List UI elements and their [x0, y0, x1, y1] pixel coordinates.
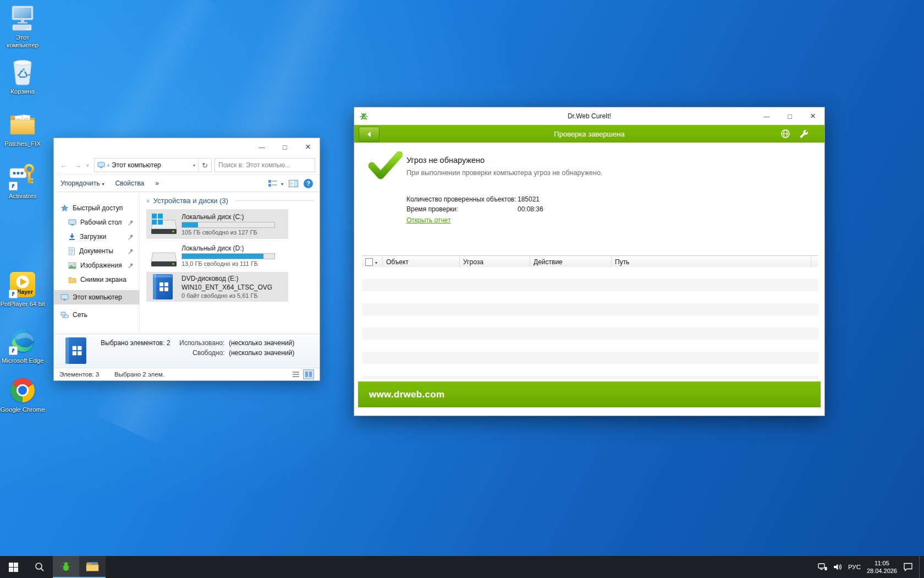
drive-d-tile[interactable]: Локальный диск (D:) 13,0 ГБ свободно из … — [146, 241, 288, 270]
shortcut-arrow-icon — [9, 290, 18, 298]
thumbnails-view-icon[interactable] — [303, 369, 314, 379]
desktop: Этот компьютер Корзина — [0, 0, 924, 578]
desktop-icon-label: PotPlayer 64 bit — [0, 300, 45, 308]
capacity-bar — [182, 253, 275, 259]
forward-icon[interactable]: → — [72, 161, 83, 170]
select-all-cell[interactable] — [362, 256, 383, 268]
taskbar: РУС 11:05 28.04.2026 — [0, 556, 924, 578]
collapse-chevron-icon[interactable]: ∨ — [146, 198, 150, 204]
sidebar-item-screenshots[interactable]: Снимки экрана — [54, 272, 139, 287]
drweb-header-bar: Проверка завершена — [354, 125, 824, 143]
used-label: Использовано: — [179, 339, 224, 347]
maximize-icon[interactable] — [778, 107, 801, 125]
drive-free-space: 13,0 ГБ свободно из 111 ГБ — [182, 260, 275, 267]
drweb-titlebar[interactable]: Dr.Web CureIt! — [354, 107, 824, 125]
drive-e-tile[interactable]: DVD-дисковод (E:) WIN10_ENT_X64_LTSC_OVG… — [146, 272, 288, 302]
back-icon[interactable]: ← — [58, 161, 69, 170]
properties-button[interactable]: Свойства — [115, 179, 144, 187]
drive-c-tile[interactable]: Локальный диск (C:) 105 ГБ свободно из 1… — [146, 209, 288, 239]
open-report-link[interactable]: Открыть отчет — [406, 216, 450, 224]
tray-clock[interactable]: 11:05 28.04.2026 — [867, 559, 897, 575]
show-desktop-button[interactable] — [919, 556, 923, 578]
address-bar[interactable]: › Этот компьютер ▾ ↻ — [94, 158, 212, 172]
organize-button[interactable]: Упорядочить — [61, 179, 104, 187]
select-all-checkbox[interactable] — [365, 258, 373, 266]
shortcut-arrow-icon — [9, 346, 18, 355]
explorer-titlebar[interactable] — [54, 138, 320, 156]
volume-icon[interactable] — [833, 563, 842, 571]
sidebar-item-desktop[interactable]: Рабочий стол — [54, 215, 139, 230]
minimize-icon[interactable] — [250, 138, 273, 156]
group-header[interactable]: ∨ Устройства и диски (3) — [146, 197, 320, 205]
help-icon[interactable]: ? — [304, 179, 313, 188]
column-header-object[interactable]: Объект — [383, 256, 460, 268]
start-button[interactable] — [0, 556, 26, 578]
desktop-icon-activators[interactable]: Activators — [0, 163, 45, 200]
taskbar-explorer-button[interactable] — [79, 556, 106, 578]
desktop-icon-label: Google Chrome — [0, 406, 45, 413]
sidebar-item-label: Быстрый доступ — [73, 204, 123, 212]
minimize-icon[interactable] — [755, 107, 778, 125]
sidebar-item-label: Документы — [79, 247, 113, 255]
address-dropdown-icon[interactable]: ▾ — [193, 163, 195, 168]
column-header-threat[interactable]: Угроза — [460, 256, 530, 268]
column-header-path[interactable]: Путь — [612, 256, 811, 268]
this-pc-icon — [9, 4, 36, 32]
download-icon — [68, 233, 76, 241]
desktop-icon-label: Microsoft Edge — [0, 357, 45, 364]
recent-locations-icon[interactable]: ∨ — [86, 162, 91, 168]
action-center-icon[interactable] — [903, 563, 913, 571]
search-box[interactable] — [215, 158, 315, 172]
sidebar-item-network[interactable]: Сеть — [54, 308, 139, 322]
desktop-icon-label: Корзина — [0, 88, 45, 95]
change-view-icon[interactable] — [268, 179, 283, 187]
close-icon[interactable] — [296, 138, 320, 156]
desktop-icon-recycle-bin[interactable]: Корзина — [0, 58, 45, 95]
settings-wrench-icon[interactable] — [798, 129, 808, 139]
column-header-action[interactable]: Действие — [530, 256, 612, 268]
language-indicator[interactable]: РУС — [848, 564, 861, 570]
desktop-icon-chrome[interactable]: Google Chrome — [0, 377, 45, 413]
computer-icon — [61, 294, 69, 301]
edge-icon — [9, 328, 36, 355]
sidebar-item-quick-access[interactable]: Быстрый доступ — [54, 201, 139, 215]
drweb-body: Угроз не обнаружено При выполнении прове… — [354, 143, 824, 416]
desktop-icon-potplayer[interactable]: Player PotPlayer 64 bit — [0, 271, 45, 308]
free-label: Свободно: — [193, 349, 225, 357]
network-tray-icon[interactable] — [818, 563, 827, 571]
results-table-rows[interactable] — [362, 267, 818, 379]
breadcrumb[interactable]: Этот компьютер — [112, 161, 161, 169]
desktop-icon-patches-fix[interactable]: Patches_FIX — [0, 111, 45, 148]
refresh-icon[interactable]: ↻ — [198, 159, 211, 172]
language-globe-icon[interactable] — [780, 129, 790, 139]
toolbar-more-button[interactable]: » — [155, 179, 159, 187]
drive-free-space: 105 ГБ свободно из 127 ГБ — [182, 229, 275, 236]
items-count: Элементов: 3 — [59, 371, 99, 378]
column-header-spacer — [811, 256, 818, 268]
explorer-window: ← → ∨ › Этот компьютер ▾ ↻ Упорядочить С… — [53, 138, 320, 381]
explorer-statusbar: Элементов: 3 Выбрано 2 элем. — [54, 368, 320, 380]
details-view-icon[interactable] — [290, 369, 301, 379]
desktop-icon-edge[interactable]: Microsoft Edge — [0, 328, 45, 364]
sidebar-item-this-pc[interactable]: Этот компьютер — [54, 290, 139, 304]
pin-icon — [128, 220, 134, 226]
maximize-icon[interactable] — [273, 138, 296, 156]
success-checkmark-icon — [369, 151, 403, 180]
taskbar-search-button[interactable] — [26, 556, 53, 578]
sidebar-item-downloads[interactable]: Загрузки — [54, 230, 139, 244]
desktop-icon-this-pc[interactable]: Этот компьютер — [0, 4, 45, 50]
header-dropdown-icon[interactable] — [375, 258, 377, 266]
back-button[interactable] — [359, 127, 380, 142]
explorer-sidebar: Быстрый доступ Рабочий стол Загрузки Док… — [54, 192, 140, 334]
sidebar-item-documents[interactable]: Документы — [54, 244, 139, 258]
drweb-window: Dr.Web CureIt! Проверка завершена — [354, 107, 825, 416]
preview-pane-icon[interactable] — [289, 180, 298, 187]
close-icon[interactable] — [801, 107, 824, 125]
taskbar-drweb-button[interactable] — [53, 556, 79, 578]
sidebar-item-pictures[interactable]: Изображения — [54, 258, 139, 272]
network-icon — [61, 312, 69, 319]
drive-name: Локальный диск (C:) — [182, 213, 275, 221]
shortcut-arrow-icon — [9, 182, 18, 190]
drweb-website: www.drweb.com — [358, 389, 444, 400]
search-input[interactable] — [215, 159, 315, 172]
